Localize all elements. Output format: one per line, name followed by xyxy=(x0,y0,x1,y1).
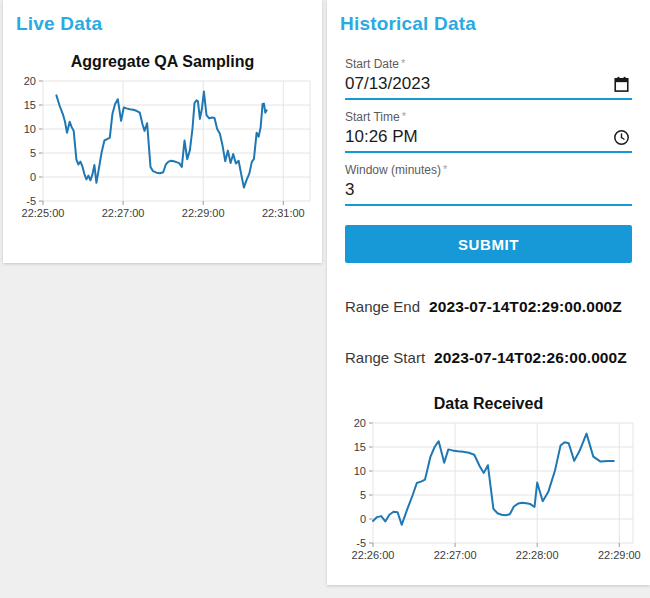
start-date-value[interactable]: 07/13/2023 xyxy=(345,74,430,94)
svg-text:-5: -5 xyxy=(356,537,366,549)
svg-text:22:29:00: 22:29:00 xyxy=(597,549,640,561)
svg-text:-5: -5 xyxy=(26,195,36,207)
historical-chart-title: Data Received xyxy=(327,395,650,413)
svg-text:10: 10 xyxy=(24,123,36,135)
svg-text:0: 0 xyxy=(30,171,36,183)
calendar-icon[interactable] xyxy=(613,76,630,93)
historical-data-title: Historical Data xyxy=(327,0,650,35)
range-start-label: Range Start xyxy=(345,349,425,366)
range-end-value: 2023-07-14T02:29:00.000Z xyxy=(429,298,622,316)
required-asterisk: * xyxy=(401,57,405,69)
svg-text:22:27:00: 22:27:00 xyxy=(433,549,476,561)
historical-chart: -50510152022:26:0022:27:0022:28:0022:29:… xyxy=(336,417,642,569)
live-data-title: Live Data xyxy=(3,0,322,35)
start-time-field: Start Time* 10:26 PM xyxy=(345,110,632,153)
svg-text:10: 10 xyxy=(353,465,365,477)
svg-text:22:28:00: 22:28:00 xyxy=(515,549,558,561)
window-minutes-field: Window (minutes)* 3 xyxy=(345,163,632,206)
historical-form: Start Date* 07/13/2023 Star xyxy=(327,57,650,206)
svg-text:5: 5 xyxy=(359,489,365,501)
range-start-value: 2023-07-14T02:26:00.000Z xyxy=(434,349,627,367)
svg-text:0: 0 xyxy=(359,513,365,525)
start-time-input[interactable]: 10:26 PM xyxy=(345,126,632,153)
clock-icon[interactable] xyxy=(613,129,630,146)
svg-text:20: 20 xyxy=(353,417,365,429)
live-chart: -50510152022:25:0022:27:0022:29:0022:31:… xyxy=(6,75,319,227)
live-chart-title: Aggregate QA Sampling xyxy=(3,53,322,71)
live-data-panel: Live Data Aggregate QA Sampling -5051015… xyxy=(3,0,322,263)
svg-text:5: 5 xyxy=(30,147,36,159)
svg-text:20: 20 xyxy=(24,75,36,87)
range-start-row: Range Start 2023-07-14T02:26:00.000Z xyxy=(327,349,650,367)
svg-text:22:31:00: 22:31:00 xyxy=(262,207,305,219)
svg-text:15: 15 xyxy=(353,441,365,453)
svg-text:22:27:00: 22:27:00 xyxy=(102,207,145,219)
start-time-label: Start Time* xyxy=(345,110,632,124)
live-chart-block: Aggregate QA Sampling -50510152022:25:00… xyxy=(3,53,322,227)
start-date-input[interactable]: 07/13/2023 xyxy=(345,73,632,100)
svg-text:22:26:00: 22:26:00 xyxy=(351,549,394,561)
start-date-label: Start Date* xyxy=(345,57,632,71)
range-end-label: Range End xyxy=(345,298,420,315)
required-asterisk: * xyxy=(443,163,447,175)
window-minutes-value[interactable]: 3 xyxy=(345,180,354,200)
svg-text:22:29:00: 22:29:00 xyxy=(182,207,225,219)
window-minutes-input[interactable]: 3 xyxy=(345,179,632,206)
svg-text:15: 15 xyxy=(24,99,36,111)
start-date-field: Start Date* 07/13/2023 xyxy=(345,57,632,100)
historical-data-panel: Historical Data Start Date* 07/13/2023 xyxy=(327,0,650,585)
historical-chart-block: Data Received -50510152022:26:0022:27:00… xyxy=(327,395,650,569)
range-end-row: Range End 2023-07-14T02:29:00.000Z xyxy=(327,298,650,316)
required-asterisk: * xyxy=(402,110,406,122)
start-time-value[interactable]: 10:26 PM xyxy=(345,127,418,147)
svg-text:22:25:00: 22:25:00 xyxy=(22,207,65,219)
window-minutes-label: Window (minutes)* xyxy=(345,163,632,177)
submit-button[interactable]: SUBMIT xyxy=(345,225,632,263)
dashboard: Live Data Aggregate QA Sampling -5051015… xyxy=(0,0,650,585)
